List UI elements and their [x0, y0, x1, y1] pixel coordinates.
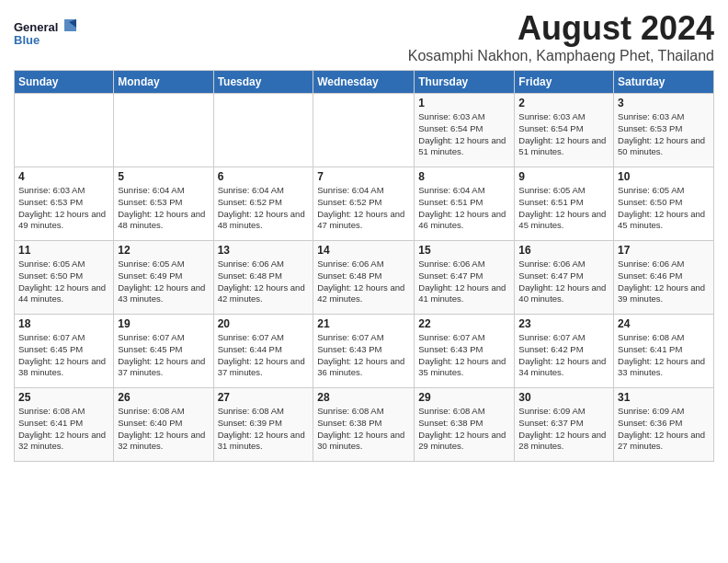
day-info: Sunrise: 6:03 AMSunset: 6:54 PMDaylight:… [418, 111, 510, 158]
day-info: Sunrise: 6:08 AMSunset: 6:39 PMDaylight:… [218, 406, 310, 453]
day-info: Sunrise: 6:03 AMSunset: 6:54 PMDaylight:… [518, 111, 609, 158]
day-info: Sunrise: 6:09 AMSunset: 6:37 PMDaylight:… [518, 406, 609, 453]
day-info: Sunrise: 6:03 AMSunset: 6:53 PMDaylight:… [18, 185, 109, 232]
calendar-cell: 11Sunrise: 6:05 AMSunset: 6:50 PMDayligh… [15, 241, 114, 315]
day-number: 20 [218, 317, 310, 330]
calendar-cell: 18Sunrise: 6:07 AMSunset: 6:45 PMDayligh… [15, 315, 114, 388]
day-number: 27 [218, 391, 310, 404]
day-number: 11 [18, 244, 109, 257]
calendar-cell: 5Sunrise: 6:04 AMSunset: 6:53 PMDaylight… [114, 167, 213, 241]
day-number: 14 [317, 244, 410, 257]
day-number: 10 [618, 170, 710, 183]
calendar-cell: 15Sunrise: 6:06 AMSunset: 6:47 PMDayligh… [415, 241, 515, 315]
day-number: 5 [118, 170, 209, 183]
calendar-cell: 20Sunrise: 6:07 AMSunset: 6:44 PMDayligh… [213, 315, 313, 388]
day-info: Sunrise: 6:05 AMSunset: 6:51 PMDaylight:… [518, 185, 609, 232]
day-info: Sunrise: 6:04 AMSunset: 6:51 PMDaylight:… [418, 185, 510, 232]
day-info: Sunrise: 6:04 AMSunset: 6:52 PMDaylight:… [317, 185, 410, 232]
day-number: 19 [118, 317, 209, 330]
day-number: 22 [418, 317, 510, 330]
weekday-header-sunday: Sunday [15, 71, 114, 94]
day-info: Sunrise: 6:05 AMSunset: 6:50 PMDaylight:… [618, 185, 710, 232]
calendar-week-5: 25Sunrise: 6:08 AMSunset: 6:41 PMDayligh… [15, 388, 714, 462]
day-number: 25 [18, 391, 109, 404]
day-number: 29 [418, 391, 510, 404]
day-info: Sunrise: 6:07 AMSunset: 6:42 PMDaylight:… [518, 332, 609, 379]
calendar-cell [114, 94, 213, 167]
day-number: 23 [518, 317, 609, 330]
day-info: Sunrise: 6:08 AMSunset: 6:41 PMDaylight:… [18, 406, 109, 453]
page-header: General Blue August 2024 Kosamphi Nakhon… [14, 9, 714, 64]
calendar-cell: 31Sunrise: 6:09 AMSunset: 6:36 PMDayligh… [614, 388, 714, 462]
day-info: Sunrise: 6:07 AMSunset: 6:44 PMDaylight:… [218, 332, 310, 379]
calendar-cell: 17Sunrise: 6:06 AMSunset: 6:46 PMDayligh… [614, 241, 714, 315]
weekday-header-tuesday: Tuesday [213, 71, 313, 94]
calendar-cell: 8Sunrise: 6:04 AMSunset: 6:51 PMDaylight… [415, 167, 515, 241]
calendar-week-2: 4Sunrise: 6:03 AMSunset: 6:53 PMDaylight… [15, 167, 714, 241]
day-number: 18 [18, 317, 109, 330]
calendar-cell: 30Sunrise: 6:09 AMSunset: 6:37 PMDayligh… [515, 388, 614, 462]
calendar-cell [15, 94, 114, 167]
calendar-cell: 3Sunrise: 6:03 AMSunset: 6:53 PMDaylight… [614, 94, 714, 167]
day-info: Sunrise: 6:06 AMSunset: 6:47 PMDaylight:… [518, 259, 609, 305]
day-number: 2 [518, 97, 609, 109]
calendar-cell: 25Sunrise: 6:08 AMSunset: 6:41 PMDayligh… [15, 388, 114, 462]
calendar-cell: 12Sunrise: 6:05 AMSunset: 6:49 PMDayligh… [114, 241, 213, 315]
calendar-cell: 27Sunrise: 6:08 AMSunset: 6:39 PMDayligh… [213, 388, 313, 462]
day-number: 1 [418, 97, 510, 109]
calendar-cell: 24Sunrise: 6:08 AMSunset: 6:41 PMDayligh… [614, 315, 714, 388]
calendar-cell: 28Sunrise: 6:08 AMSunset: 6:38 PMDayligh… [313, 388, 415, 462]
calendar-cell: 23Sunrise: 6:07 AMSunset: 6:42 PMDayligh… [515, 315, 614, 388]
day-info: Sunrise: 6:08 AMSunset: 6:41 PMDaylight:… [618, 332, 710, 379]
day-info: Sunrise: 6:08 AMSunset: 6:38 PMDaylight:… [317, 406, 410, 453]
day-number: 31 [618, 391, 710, 404]
calendar-cell: 13Sunrise: 6:06 AMSunset: 6:48 PMDayligh… [213, 241, 313, 315]
calendar-cell: 14Sunrise: 6:06 AMSunset: 6:48 PMDayligh… [313, 241, 415, 315]
calendar-cell: 26Sunrise: 6:08 AMSunset: 6:40 PMDayligh… [114, 388, 213, 462]
day-number: 4 [18, 170, 109, 183]
calendar-cell: 9Sunrise: 6:05 AMSunset: 6:51 PMDaylight… [515, 167, 614, 241]
day-number: 15 [418, 244, 510, 257]
calendar-cell [313, 94, 415, 167]
day-info: Sunrise: 6:06 AMSunset: 6:47 PMDaylight:… [418, 259, 510, 305]
day-info: Sunrise: 6:04 AMSunset: 6:53 PMDaylight:… [118, 185, 209, 232]
calendar-cell: 2Sunrise: 6:03 AMSunset: 6:54 PMDaylight… [515, 94, 614, 167]
calendar-cell: 16Sunrise: 6:06 AMSunset: 6:47 PMDayligh… [515, 241, 614, 315]
day-info: Sunrise: 6:06 AMSunset: 6:46 PMDaylight:… [618, 259, 710, 305]
calendar-body: 1Sunrise: 6:03 AMSunset: 6:54 PMDaylight… [15, 94, 714, 462]
svg-text:Blue: Blue [14, 33, 40, 47]
calendar-cell: 29Sunrise: 6:08 AMSunset: 6:38 PMDayligh… [415, 388, 515, 462]
calendar-cell: 22Sunrise: 6:07 AMSunset: 6:43 PMDayligh… [415, 315, 515, 388]
day-info: Sunrise: 6:06 AMSunset: 6:48 PMDaylight:… [317, 259, 410, 305]
calendar-cell: 7Sunrise: 6:04 AMSunset: 6:52 PMDaylight… [313, 167, 415, 241]
calendar-header: SundayMondayTuesdayWednesdayThursdayFrid… [15, 71, 714, 94]
day-number: 26 [118, 391, 209, 404]
title-section: August 2024 Kosamphi Nakhon, Kamphaeng P… [408, 9, 714, 64]
day-number: 13 [218, 244, 310, 257]
day-number: 3 [618, 97, 710, 109]
subtitle: Kosamphi Nakhon, Kamphaeng Phet, Thailan… [408, 48, 714, 64]
day-number: 8 [418, 170, 510, 183]
day-info: Sunrise: 6:07 AMSunset: 6:43 PMDaylight:… [418, 332, 510, 379]
day-number: 30 [518, 391, 609, 404]
day-info: Sunrise: 6:07 AMSunset: 6:45 PMDaylight:… [118, 332, 209, 379]
calendar-week-4: 18Sunrise: 6:07 AMSunset: 6:45 PMDayligh… [15, 315, 714, 388]
calendar-cell [213, 94, 313, 167]
day-info: Sunrise: 6:08 AMSunset: 6:40 PMDaylight:… [118, 406, 209, 453]
day-info: Sunrise: 6:08 AMSunset: 6:38 PMDaylight:… [418, 406, 510, 453]
calendar-cell: 19Sunrise: 6:07 AMSunset: 6:45 PMDayligh… [114, 315, 213, 388]
day-info: Sunrise: 6:07 AMSunset: 6:45 PMDaylight:… [18, 332, 109, 379]
day-info: Sunrise: 6:04 AMSunset: 6:52 PMDaylight:… [218, 185, 310, 232]
logo-icon: General Blue [14, 15, 78, 56]
calendar-cell: 10Sunrise: 6:05 AMSunset: 6:50 PMDayligh… [614, 167, 714, 241]
weekday-row: SundayMondayTuesdayWednesdayThursdayFrid… [15, 71, 714, 94]
day-number: 12 [118, 244, 209, 257]
logo: General Blue [14, 15, 78, 56]
day-number: 28 [317, 391, 410, 404]
weekday-header-thursday: Thursday [415, 71, 515, 94]
day-number: 7 [317, 170, 410, 183]
day-info: Sunrise: 6:09 AMSunset: 6:36 PMDaylight:… [618, 406, 710, 453]
calendar-week-1: 1Sunrise: 6:03 AMSunset: 6:54 PMDaylight… [15, 94, 714, 167]
calendar-week-3: 11Sunrise: 6:05 AMSunset: 6:50 PMDayligh… [15, 241, 714, 315]
day-number: 21 [317, 317, 410, 330]
